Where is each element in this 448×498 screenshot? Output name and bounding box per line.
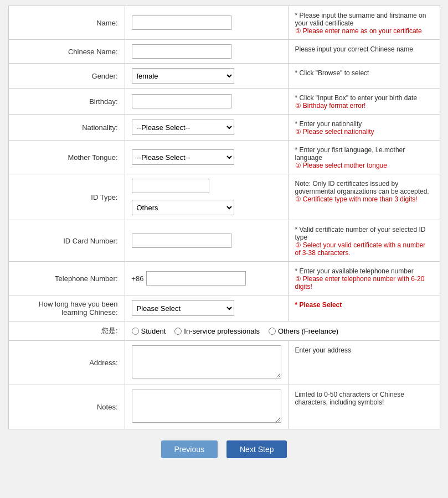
birthday-input-cell [125, 89, 288, 115]
name-error-icon: ① [295, 27, 301, 35]
role-input-cell: Student In-service professionals Others … [125, 321, 440, 341]
learning-duration-hint-cell: * Please Select [288, 295, 440, 321]
notes-textarea[interactable] [132, 390, 281, 423]
mother-tongue-hint-cell: * Enter your fisrt language, i.e.mother … [288, 141, 440, 174]
role-others-text: Others (Freelance) [278, 327, 338, 335]
id-type-hint-main: Note: Only ID certificates issued by gov… [295, 180, 429, 195]
birthday-error-text: Birthday format error! [303, 102, 365, 110]
name-input-cell [125, 6, 288, 40]
nationality-error-text: Please select nationality [303, 128, 374, 136]
notes-row: Notes: Limted to 0-50 characters or Chin… [8, 385, 440, 429]
role-inservice-radio[interactable] [174, 328, 182, 335]
birthday-row: Birthday: * Click "Input Box" to enter y… [8, 89, 440, 115]
footer: Previous Next Step [8, 429, 440, 469]
id-card-number-error-text: Select your valid certificate with a num… [295, 241, 426, 257]
address-hint: Enter your address [295, 346, 351, 354]
role-label: 您是: [8, 321, 125, 341]
id-card-number-hint-main: * Valid certificate number of your selec… [295, 226, 426, 241]
notes-input-cell [125, 385, 288, 429]
notes-label: Notes: [8, 385, 125, 429]
id-type-text-input[interactable] [132, 179, 209, 193]
mother-tongue-label: Mother Tongue: [8, 141, 125, 174]
address-textarea[interactable] [132, 345, 281, 378]
telephone-hint-main: * Enter your available telephone number [295, 267, 414, 275]
mother-tongue-select[interactable]: --Please Select-- [132, 149, 234, 165]
nationality-select[interactable]: --Please Select-- [132, 120, 234, 135]
next-step-button[interactable]: Next Step [226, 440, 287, 458]
gender-label: Gender: [8, 64, 125, 89]
birthday-label: Birthday: [8, 89, 125, 115]
telephone-input[interactable] [146, 271, 246, 286]
name-hint-cell: * Please input the surname and firstname… [288, 6, 440, 40]
address-input-cell [125, 341, 288, 385]
chinese-name-input[interactable] [132, 44, 231, 59]
chinese-name-hint: Please input your correct Chinese name [295, 45, 413, 53]
notes-hint: Limted to 0-50 characters or Chinese cha… [295, 391, 404, 406]
name-error-text: Please enter name as on your certificate [303, 27, 422, 35]
role-student-radio[interactable] [132, 328, 139, 335]
nationality-hint-cell: * Enter your nationality ① Please select… [288, 115, 440, 141]
address-row: Address: Enter your address [8, 341, 440, 385]
mother-tongue-row: Mother Tongue: --Please Select-- * Enter… [8, 141, 440, 174]
gender-row: Gender: female male * Click "Browse" to … [8, 64, 440, 89]
birthday-input[interactable] [132, 94, 231, 108]
nationality-input-cell: --Please Select-- [125, 115, 288, 141]
mother-tongue-error-icon: ① [295, 162, 301, 169]
id-type-label: ID Type: [8, 174, 125, 220]
birthday-hint-main: * Click "Input Box" to enter your birth … [295, 94, 418, 102]
chinese-name-hint-cell: Please input your correct Chinese name [288, 40, 440, 64]
learning-duration-input-cell: Please Select [125, 295, 288, 321]
role-row: 您是: Student In-service professionals Oth… [8, 321, 440, 341]
id-card-number-label: ID Card Number: [8, 220, 125, 262]
name-input[interactable] [132, 15, 231, 30]
chinese-name-label: Chinese Name: [8, 40, 125, 64]
previous-button[interactable]: Previous [161, 440, 218, 458]
mother-tongue-hint-main: * Enter your fisrt language, i.e.mother … [295, 146, 405, 162]
telephone-error-text: Please enter telephone number with 6-20 … [295, 275, 425, 290]
mother-tongue-error-text: Please select mother tongue [303, 162, 387, 169]
learning-duration-select[interactable]: Please Select [132, 300, 234, 316]
nationality-row: Nationality: --Please Select-- * Enter y… [8, 115, 440, 141]
learning-duration-hint: * Please Select [295, 301, 342, 309]
id-type-row: ID Type: Others Passport ID Card Note: O… [8, 174, 440, 220]
nationality-hint-main: * Enter your nationality [295, 120, 362, 128]
id-type-error-text: Certificate type with more than 3 digits… [303, 195, 418, 203]
role-inservice-text: In-service professionals [184, 327, 260, 335]
phone-prefix: +86 [132, 274, 144, 283]
nationality-label: Nationality: [8, 115, 125, 141]
birthday-error-icon: ① [295, 102, 301, 110]
learning-duration-label: How long have you been learning Chinese: [8, 295, 125, 321]
gender-input-cell: female male [125, 64, 288, 89]
id-card-number-hint-cell: * Valid certificate number of your selec… [288, 220, 440, 262]
address-label: Address: [8, 341, 125, 385]
telephone-label: Telephone Number: [8, 262, 125, 295]
gender-hint: * Click "Browse" to select [295, 69, 369, 77]
name-label: Name: [8, 6, 125, 40]
role-inservice-label[interactable]: In-service professionals [174, 327, 260, 335]
role-others-radio[interactable] [269, 328, 276, 335]
chinese-name-input-cell [125, 40, 288, 64]
telephone-error-icon: ① [295, 275, 301, 283]
birthday-hint-cell: * Click "Input Box" to enter your birth … [288, 89, 440, 115]
id-card-number-error-icon: ① [295, 241, 301, 249]
gender-select[interactable]: female male [132, 68, 234, 84]
telephone-hint-cell: * Enter your available telephone number … [288, 262, 440, 295]
id-card-number-input[interactable] [132, 234, 231, 248]
learning-duration-row: How long have you been learning Chinese:… [8, 295, 440, 321]
id-type-hint-cell: Note: Only ID certificates issued by gov… [288, 174, 440, 220]
id-type-select[interactable]: Others Passport ID Card [132, 200, 234, 215]
id-type-error-icon: ① [295, 195, 301, 203]
chinese-name-row: Chinese Name: Please input your correct … [8, 40, 440, 64]
name-row: Name: * Please input the surname and fir… [8, 6, 440, 40]
id-card-number-row: ID Card Number: * Valid certificate numb… [8, 220, 440, 262]
gender-hint-cell: * Click "Browse" to select [288, 64, 440, 89]
address-hint-cell: Enter your address [288, 341, 440, 385]
role-student-text: Student [141, 327, 166, 335]
telephone-input-cell: +86 [125, 262, 288, 295]
notes-hint-cell: Limted to 0-50 characters or Chinese cha… [288, 385, 440, 429]
id-card-number-input-cell [125, 220, 288, 262]
nationality-error-icon: ① [295, 128, 301, 136]
id-type-input-cell: Others Passport ID Card [125, 174, 288, 220]
role-student-label[interactable]: Student [132, 327, 166, 335]
role-others-label[interactable]: Others (Freelance) [269, 327, 338, 335]
